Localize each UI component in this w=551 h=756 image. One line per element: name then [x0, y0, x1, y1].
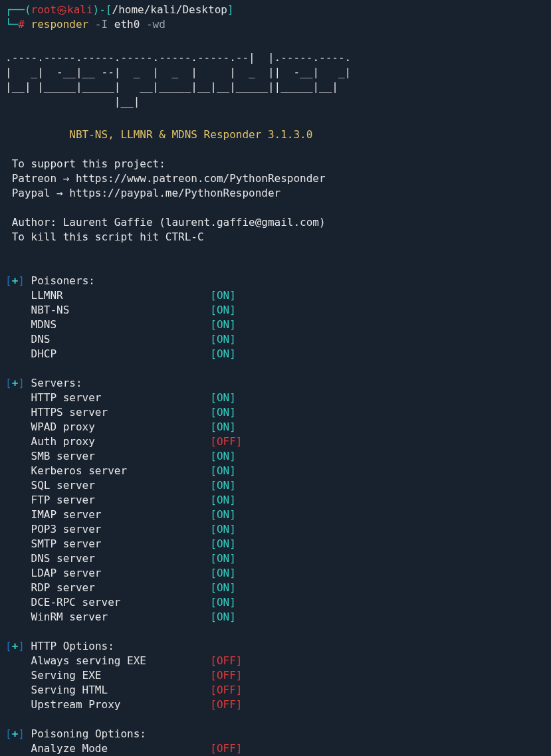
status-row: Serving EXE [OFF]: [5, 668, 546, 683]
status-row: HTTPS server [ON]: [5, 405, 546, 420]
status-on: [ON]: [210, 552, 236, 565]
status-on: [ON]: [210, 450, 236, 462]
status-on: [ON]: [210, 289, 236, 302]
status-row: Serving HTML [OFF]: [5, 683, 546, 698]
status-on: [ON]: [210, 523, 236, 535]
status-on: [ON]: [210, 611, 236, 623]
terminal-output: ┌──(root㉿kali)-[/home/kali/Desktop] └─# …: [5, 3, 546, 756]
status-on: [ON]: [210, 318, 236, 331]
section-servers: [+] Servers: HTTP server [ON] HTTPS serv…: [5, 376, 546, 624]
status-label: Auth proxy: [5, 435, 210, 448]
status-on: [ON]: [210, 479, 236, 492]
status-on: [ON]: [210, 581, 236, 594]
flag-wd: -wd: [146, 18, 165, 31]
status-row: Auth proxy [OFF]: [5, 434, 546, 449]
status-row: DCE-RPC server [ON]: [5, 595, 546, 610]
status-on: [ON]: [210, 391, 236, 404]
status-row: FTP server [ON]: [5, 493, 546, 508]
status-row: MDNS [ON]: [5, 318, 546, 332]
status-label: FTP server: [5, 494, 210, 506]
prompt-bracket2: )-[: [93, 3, 112, 16]
section-title: Poisoners:: [31, 274, 95, 287]
status-row: NBT-NS [ON]: [5, 303, 546, 318]
prompt-line-1: ┌──(root㉿kali)-[/home/kali/Desktop]: [5, 3, 546, 17]
prompt-path: /home/kali/Desktop: [112, 3, 227, 16]
ascii-banner: .----.-----.-----.-----.-----.-----.--| …: [5, 50, 546, 109]
status-row: HTTP server [ON]: [5, 391, 546, 405]
status-label: LDAP server: [5, 567, 210, 579]
status-row: WPAD proxy [ON]: [5, 420, 546, 434]
status-on: [ON]: [210, 347, 236, 360]
app-title: NBT-NS, LLMNR & MDNS Responder 3.1.3.0: [5, 128, 546, 142]
status-label: WinRM server: [5, 611, 210, 623]
section-title: HTTP Options:: [31, 640, 114, 652]
prompt-user: root: [31, 3, 57, 16]
author: Author: Laurent Gaffie (laurent.gaffie@g…: [5, 215, 546, 230]
status-label: Serving EXE: [5, 669, 210, 682]
status-row: DNS server [ON]: [5, 551, 546, 566]
status-on: [ON]: [210, 333, 236, 345]
status-row: RDP server [ON]: [5, 581, 546, 595]
kill-hint: To kill this script hit CTRL-C: [5, 230, 546, 244]
status-on: [ON]: [210, 508, 236, 521]
status-on: [ON]: [210, 494, 236, 506]
status-row: POP3 server [ON]: [5, 522, 546, 537]
status-label: LLMNR: [5, 289, 210, 302]
section-title: Servers:: [31, 377, 82, 389]
status-label: DNS server: [5, 552, 210, 565]
status-row: Always serving EXE [OFF]: [5, 654, 546, 668]
section-http-options: [+] HTTP Options: Always serving EXE [OF…: [5, 639, 546, 712]
status-row: DNS [ON]: [5, 332, 546, 347]
status-off: [OFF]: [210, 669, 242, 682]
support-l2: Patreon → https://www.patreon.com/Python…: [5, 171, 546, 186]
status-off: [OFF]: [210, 742, 242, 755]
status-off: [OFF]: [210, 654, 242, 667]
status-label: SMB server: [5, 450, 210, 462]
status-on: [ON]: [210, 537, 236, 550]
flag-i: -I: [95, 18, 114, 31]
status-label: HTTPS server: [5, 406, 210, 419]
status-on: [ON]: [210, 421, 236, 433]
status-row: DHCP [ON]: [5, 347, 546, 361]
status-off: [OFF]: [210, 435, 242, 448]
status-label: Upstream Proxy: [5, 698, 210, 711]
prompt-bracket: ┌──(: [5, 3, 31, 16]
section-poisoners: [+] Poisoners: LLMNR [ON] NBT-NS [ON] MD…: [5, 274, 546, 361]
status-label: NBT-NS: [5, 304, 210, 316]
status-row: IMAP server [ON]: [5, 508, 546, 522]
status-label: SQL server: [5, 479, 210, 492]
section-title: Poisoning Options:: [31, 727, 146, 740]
status-on: [ON]: [210, 304, 236, 316]
status-label: Kerberos server: [5, 464, 210, 477]
status-row: LDAP server [ON]: [5, 566, 546, 581]
status-row: Upstream Proxy [OFF]: [5, 698, 546, 712]
prompt-host: kali: [67, 3, 93, 16]
status-label: MDNS: [5, 318, 210, 331]
status-label: IMAP server: [5, 508, 210, 521]
status-off: [OFF]: [210, 698, 242, 711]
status-label: POP3 server: [5, 523, 210, 535]
prompt-bracket3: ]: [227, 3, 234, 16]
status-label: DCE-RPC server: [5, 596, 210, 609]
status-on: [ON]: [210, 596, 236, 609]
status-label: DNS: [5, 333, 210, 345]
status-row: Analyze Mode [OFF]: [5, 741, 546, 756]
cmd: responder: [31, 18, 95, 31]
status-row: SMB server [ON]: [5, 449, 546, 464]
section-poisoning-options: [+] Poisoning Options: Analyze Mode [OFF…: [5, 727, 546, 756]
support-l3: Paypal → https://paypal.me/PythonRespond…: [5, 186, 546, 201]
status-off: [OFF]: [210, 684, 242, 696]
status-on: [ON]: [210, 464, 236, 477]
support-l1: To support this project:: [5, 157, 546, 171]
status-label: Always serving EXE: [5, 654, 210, 667]
arg-iface: eth0: [114, 18, 146, 31]
status-row: SMTP server [ON]: [5, 537, 546, 551]
status-label: Analyze Mode: [5, 742, 210, 755]
status-row: WinRM server [ON]: [5, 610, 546, 624]
status-label: HTTP server: [5, 391, 210, 404]
status-label: RDP server: [5, 581, 210, 594]
prompt-line-2[interactable]: └─# responder -I eth0 -wd: [5, 17, 546, 32]
status-label: Serving HTML: [5, 684, 210, 696]
status-on: [ON]: [210, 567, 236, 579]
status-on: [ON]: [210, 406, 236, 419]
